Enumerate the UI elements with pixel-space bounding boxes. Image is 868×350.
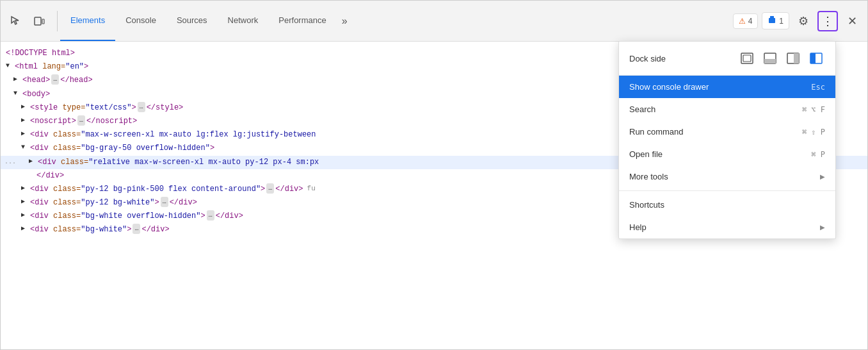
dock-right-button[interactable] <box>784 49 802 67</box>
collapse-arrow[interactable] <box>13 88 21 99</box>
main-content: <!DOCTYPE html> <html lang="en"> <head>…… <box>1 42 867 349</box>
code-text: <div class="bg-gray-50 overflow-hidden"> <box>30 142 214 154</box>
expand-arrow[interactable] <box>21 183 29 194</box>
code-text: <!DOCTYPE html> <box>6 47 75 60</box>
expand-arrow[interactable] <box>13 74 21 85</box>
collapse-arrow[interactable] <box>21 142 29 153</box>
svg-rect-5 <box>743 55 751 62</box>
dock-side-section: Dock side <box>619 42 835 76</box>
expand-arrow[interactable] <box>21 115 29 126</box>
toolbar-divider <box>57 11 58 31</box>
tab-sources[interactable]: Sources <box>166 1 218 41</box>
ellipsis-button[interactable]: … <box>133 224 140 234</box>
toolbar-left-icons <box>6 11 49 31</box>
info-badge-button[interactable]: 1 <box>762 12 789 29</box>
code-text: <div class="relative max-w-screen-xl mx-… <box>38 156 319 169</box>
line-indicator: ... <box>4 157 16 167</box>
help-submenu-arrow-icon: ▶ <box>820 224 825 231</box>
devtools-toolbar: Elements Console Sources Network Perform… <box>1 1 867 42</box>
menu-item-search[interactable]: Search ⌘ ⌥ F <box>619 98 835 121</box>
ellipsis-button[interactable]: … <box>207 210 214 221</box>
dock-separate-button[interactable] <box>738 49 756 67</box>
tab-console[interactable]: Console <box>115 1 166 41</box>
code-text: <noscript> <box>30 115 76 128</box>
dock-left-button[interactable] <box>807 49 825 67</box>
menu-item-run-command[interactable]: Run command ⌘ ⇧ P <box>619 121 835 143</box>
menu-item-show-console-drawer-shortcut: Esc <box>811 83 825 92</box>
code-text: <div class="max-w-screen-xl mx-auto lg:f… <box>30 129 316 141</box>
expand-arrow[interactable] <box>29 156 36 167</box>
menu-item-show-console-drawer-label: Show console drawer <box>629 82 709 92</box>
dock-icons <box>738 49 825 67</box>
settings-button[interactable]: ⚙ <box>793 11 814 31</box>
menu-item-more-tools-label: More tools <box>629 172 668 181</box>
info-count: 1 <box>779 17 784 26</box>
ellipsis-button[interactable]: … <box>51 74 59 85</box>
svg-rect-7 <box>764 59 776 63</box>
code-text: <div class="py-12 bg-white"> <box>30 197 159 209</box>
ellipsis-button[interactable]: … <box>266 183 274 194</box>
code-text: <html lang="en"> <box>15 61 88 73</box>
menu-item-open-file-shortcut: ⌘ P <box>811 150 825 159</box>
gear-icon: ⚙ <box>798 14 808 28</box>
code-text: <div class="bg-white"> <box>30 224 131 236</box>
collapse-arrow[interactable] <box>6 61 13 71</box>
dock-bottom-button[interactable] <box>761 49 779 67</box>
context-dropdown-menu: Dock side <box>618 42 836 239</box>
warning-count: 4 <box>748 17 753 26</box>
dock-side-label: Dock side <box>629 54 733 63</box>
expand-arrow[interactable] <box>21 129 29 139</box>
menu-item-help[interactable]: Help ▶ <box>619 216 835 238</box>
code-text: <div class="bg-white overflow-hidden"> <box>30 210 205 222</box>
menu-item-shortcuts-label: Shortcuts <box>629 200 664 210</box>
svg-rect-1 <box>42 19 44 24</box>
menu-item-open-file-label: Open file <box>629 149 663 159</box>
more-tabs-button[interactable]: » <box>337 1 353 41</box>
menu-item-search-label: Search <box>629 104 655 114</box>
devtools-window: Elements Console Sources Network Perform… <box>0 0 868 350</box>
menu-item-show-console-drawer[interactable]: Show console drawer Esc <box>619 76 835 98</box>
code-text: <body> <box>22 88 50 101</box>
menu-item-open-file[interactable]: Open file ⌘ P <box>619 143 835 165</box>
code-text: <head> <box>22 74 50 87</box>
close-icon: ✕ <box>848 14 857 28</box>
warning-badge-button[interactable]: ⚠ 4 <box>733 13 759 29</box>
svg-rect-9 <box>794 53 799 63</box>
menu-item-run-command-label: Run command <box>629 127 684 137</box>
expand-arrow[interactable] <box>21 102 29 112</box>
tab-elements[interactable]: Elements <box>60 1 115 41</box>
toolbar-right: ⚠ 4 1 ⚙ ⋮ ✕ <box>733 11 862 31</box>
svg-rect-3 <box>770 16 774 19</box>
more-options-icon: ⋮ <box>822 14 833 28</box>
close-devtools-button[interactable]: ✕ <box>842 11 862 31</box>
expand-arrow[interactable] <box>21 197 29 207</box>
menu-item-more-tools[interactable]: More tools ▶ <box>619 165 835 188</box>
code-text: </div> <box>36 170 64 182</box>
tab-network[interactable]: Network <box>218 1 269 41</box>
menu-item-search-shortcut: ⌘ ⌥ F <box>802 105 825 114</box>
menu-separator-1 <box>619 190 835 191</box>
badge-label: fu <box>307 183 316 195</box>
menu-item-help-label: Help <box>629 222 647 232</box>
devtools-tabs: Elements Console Sources Network Perform… <box>60 1 733 41</box>
svg-rect-2 <box>769 18 775 23</box>
code-text: <div class="py-12 bg-pink-500 flex conte… <box>30 183 265 196</box>
more-options-button[interactable]: ⋮ <box>817 11 838 31</box>
expand-arrow[interactable] <box>21 224 29 234</box>
svg-rect-11 <box>810 53 816 63</box>
svg-rect-0 <box>35 17 41 25</box>
submenu-arrow-icon: ▶ <box>820 173 825 180</box>
ellipsis-button[interactable]: … <box>161 197 168 207</box>
expand-arrow[interactable] <box>21 210 29 221</box>
menu-item-shortcuts[interactable]: Shortcuts <box>619 194 835 216</box>
element-picker-button[interactable] <box>6 11 26 31</box>
warning-icon: ⚠ <box>739 17 746 26</box>
ellipsis-button[interactable]: … <box>138 102 145 112</box>
device-toggle-button[interactable] <box>29 11 49 31</box>
code-text: <style type="text/css"> <box>30 102 136 114</box>
ellipsis-button[interactable]: … <box>77 115 85 126</box>
tab-performance[interactable]: Performance <box>268 1 336 41</box>
info-icon <box>768 15 776 26</box>
menu-item-run-command-shortcut: ⌘ ⇧ P <box>802 128 825 137</box>
